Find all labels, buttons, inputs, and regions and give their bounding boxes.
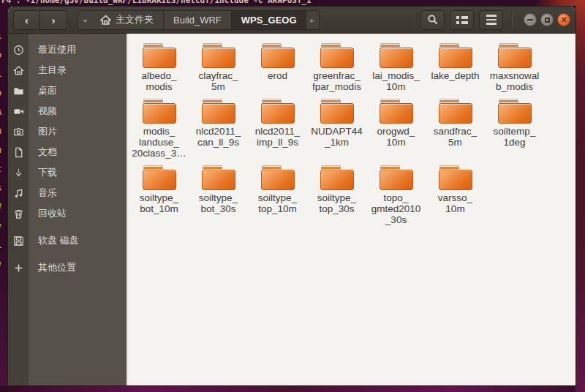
sidebar-item-home[interactable]: 主目录 <box>8 60 127 80</box>
terminal-top-strip: F4 . -I/home/g3v/Build_WRF/LIBRARIES/net… <box>0 0 585 6</box>
sidebar-item-folder[interactable]: 桌面 <box>8 80 127 101</box>
file-manager-window: ‹ › ◂ 主文件夹 Build_WRF WPS_GEOG ▸ <box>7 6 576 386</box>
breadcrumb-segment-label: WPS_GEOG <box>241 15 297 26</box>
close-button[interactable]: ✕ <box>557 13 570 26</box>
forward-button[interactable]: › <box>40 10 67 30</box>
maximize-icon <box>545 18 550 23</box>
minimize-icon <box>527 19 533 20</box>
minimize-button[interactable] <box>524 13 537 26</box>
folder-item[interactable]: modis_ landuse_ 20class_3… <box>129 99 189 159</box>
sidebar-item-floppy[interactable]: 软盘 磁盘 <box>8 230 127 251</box>
folder-item[interactable]: soiltype_ top_30s <box>307 165 366 225</box>
folder-label: orogwd_ 10m <box>377 126 415 148</box>
folder-item[interactable]: nlcd2011_ imp_ll_9s <box>248 99 307 159</box>
search-button[interactable] <box>420 10 445 30</box>
folder-item[interactable]: albedo_ modis <box>129 43 189 92</box>
folder-label: nlcd2011_ imp_ll_9s <box>255 126 300 148</box>
folder-item[interactable]: orogwd_ 10m <box>366 99 426 159</box>
folder-icon <box>261 99 295 124</box>
folder-icon <box>202 43 235 68</box>
sidebar-item-label: 图片 <box>38 125 57 138</box>
folder-item[interactable]: soiltype_ bot_10m <box>129 165 189 225</box>
folder-item[interactable]: clayfrac_ 5m <box>189 43 248 92</box>
terminal-bottom-strip <box>7 386 575 392</box>
sidebar-item-label: 视频 <box>38 105 57 118</box>
folder-icon <box>439 43 472 68</box>
breadcrumb-segment-wpsgeog[interactable]: WPS_GEOG <box>231 11 306 29</box>
sidebar-item-camera[interactable]: 图片 <box>8 121 127 142</box>
folder-item[interactable]: soiltype_ bot_30s <box>189 165 248 225</box>
breadcrumb-scroll-right-icon[interactable]: ▸ <box>306 11 319 29</box>
sidebar-item-trash[interactable]: 回收站 <box>8 203 127 224</box>
folder-item[interactable]: nlcd2011_ can_ll_9s <box>189 99 248 159</box>
folder-grid: albedo_ modisclayfrac_ 5merodgreenfrac_ … <box>129 43 575 225</box>
document-icon <box>8 147 29 158</box>
view-toggle-button[interactable] <box>450 10 474 30</box>
back-button[interactable]: ‹ <box>13 10 40 30</box>
folder-icon <box>498 43 532 68</box>
folder-item[interactable]: erod <box>248 43 307 92</box>
folder-label: albedo_ modis <box>141 70 176 92</box>
folder-label: erod <box>268 70 287 81</box>
folder-icon <box>380 99 413 124</box>
folder-label: varsso_ 10m <box>438 192 472 214</box>
sidebar-item-document[interactable]: 文档 <box>8 142 127 162</box>
breadcrumb-scroll-left-icon[interactable]: ◂ <box>78 11 91 29</box>
folder-icon <box>498 99 532 124</box>
download-icon <box>8 167 29 178</box>
folder-item[interactable]: varsso_ 10m <box>426 165 485 225</box>
folder-icon <box>320 99 354 124</box>
menu-button[interactable] <box>479 10 503 30</box>
folder-item[interactable]: sandfrac_ 5m <box>426 99 485 159</box>
trash-icon <box>8 208 29 219</box>
folder-label: soiltemp_ 1deg <box>494 126 536 148</box>
search-icon <box>427 14 439 26</box>
folder-item[interactable]: soiltype_ top_10m <box>248 165 307 225</box>
sidebar-item-plus[interactable]: 其他位置 <box>8 257 127 278</box>
folder-label: soiltype_ top_30s <box>317 192 356 214</box>
file-view[interactable]: albedo_ modisclayfrac_ 5merodgreenfrac_ … <box>127 34 575 385</box>
video-icon <box>8 106 29 117</box>
folder-icon <box>439 165 472 190</box>
terminal-right-strip <box>575 0 585 392</box>
sidebar-item-download[interactable]: 下载 <box>8 162 127 183</box>
folder-label: soiltype_ top_10m <box>258 192 297 214</box>
places-sidebar: 最近使用主目录桌面视频图片文档下载音乐回收站软盘 磁盘其他位置 <box>8 34 127 385</box>
folder-icon <box>380 43 413 68</box>
sidebar-item-clock[interactable]: 最近使用 <box>8 39 127 60</box>
sidebar-item-label: 软盘 磁盘 <box>38 234 79 247</box>
list-view-icon <box>456 16 468 24</box>
sidebar-item-video[interactable]: 视频 <box>8 101 127 121</box>
sidebar-item-music[interactable]: 音乐 <box>8 183 127 203</box>
breadcrumb-segment-home[interactable]: 主文件夹 <box>91 11 163 29</box>
folder-label: topo_ gmted2010 _30s <box>371 192 421 225</box>
folder-icon <box>143 99 176 124</box>
folder-label: NUDAPT44 _1km <box>311 126 363 148</box>
folder-icon <box>320 165 354 190</box>
folder-item[interactable]: lake_depth <box>426 43 485 92</box>
close-icon: ✕ <box>560 16 567 24</box>
sidebar-item-label: 最近使用 <box>38 43 76 56</box>
folder-label: modis_ landuse_ 20class_3… <box>132 126 186 159</box>
folder-item[interactable]: greenfrac_ fpar_modis <box>307 43 366 92</box>
folder-item[interactable]: maxsnowal b_modis <box>485 43 544 92</box>
folder-icon <box>143 43 176 68</box>
maximize-button[interactable] <box>540 13 554 26</box>
clock-icon <box>8 45 29 56</box>
folder-label: sandfrac_ 5m <box>434 126 477 148</box>
folder-label: soiltype_ bot_30s <box>199 192 238 214</box>
folder-label: lake_depth <box>431 70 479 81</box>
folder-item[interactable]: NUDAPT44 _1km <box>307 99 366 159</box>
breadcrumb-segment-label: Build_WRF <box>173 15 222 26</box>
folder-label: greenfrac_ fpar_modis <box>312 70 361 92</box>
terminal-left-chars: ioioAuntsVvLv <box>0 26 1 274</box>
folder-item[interactable]: soiltemp_ 1deg <box>485 99 544 159</box>
sidebar-item-label: 下载 <box>38 166 57 179</box>
breadcrumb-segment-buildwrf[interactable]: Build_WRF <box>163 11 231 29</box>
sidebar-item-label: 回收站 <box>38 207 67 220</box>
folder-icon <box>439 99 472 124</box>
folder-item[interactable]: topo_ gmted2010 _30s <box>366 165 426 225</box>
folder-icon <box>8 86 29 97</box>
nav-button-group: ‹ › <box>13 10 67 30</box>
folder-item[interactable]: lai_modis_ 10m <box>366 43 426 92</box>
